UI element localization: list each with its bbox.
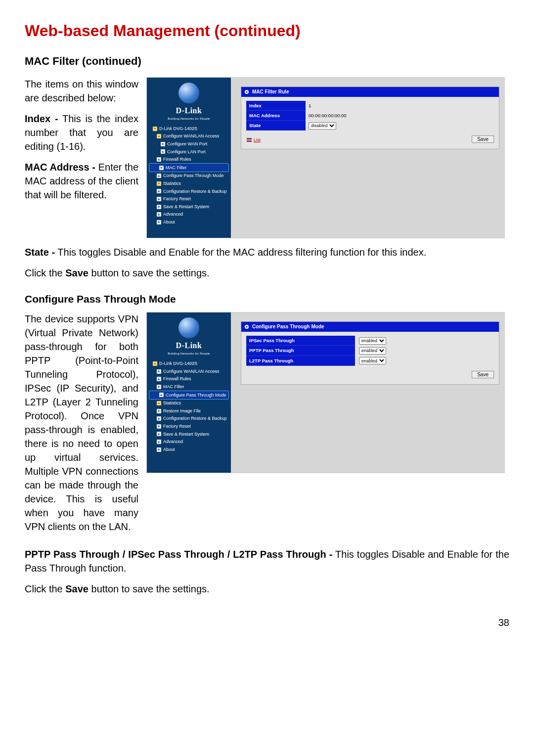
nav-item[interactable]: ▪D-Link DVG-1402S	[147, 125, 231, 133]
section-heading-pass-through: Configure Pass Through Mode	[25, 292, 509, 306]
nav-item-label: Configure WAN/LAN Access	[163, 133, 219, 139]
nav-item[interactable]: ▸Firewall Rules	[147, 375, 231, 383]
page-icon: ▸	[157, 212, 161, 217]
save-instruction-2: Click the Save button to save the settin…	[25, 582, 509, 596]
label-l2tp: L2TP Pass Through	[246, 356, 355, 366]
nav-item-label: Statistics	[163, 180, 181, 187]
nav-item-label: About	[163, 219, 175, 225]
page-icon: ▸	[157, 189, 161, 193]
sidebar: D-Link Building Networks for People ▪D-L…	[147, 312, 231, 473]
page-icon: ▸	[157, 409, 161, 413]
sidebar: D-Link Building Networks for People ▪D-L…	[147, 78, 231, 238]
save-button[interactable]: Save	[472, 371, 494, 378]
page-icon: ▸	[157, 197, 161, 201]
page-number: 38	[25, 616, 509, 629]
page-icon: ▸	[157, 205, 161, 209]
label-pptp: PPTP Pass Through	[246, 346, 355, 356]
brand-tagline: Building Networks for People	[147, 352, 231, 356]
gear-icon	[244, 324, 249, 329]
nav-item-label: Configure WAN Port	[167, 141, 207, 147]
page-icon: ▸	[159, 166, 164, 170]
nav-item[interactable]: ▸Save & Restart System	[147, 203, 231, 211]
save-button[interactable]: Save	[472, 135, 494, 143]
label-index: Index	[246, 101, 306, 111]
nav-item[interactable]: ▸Configure WAN Port	[147, 140, 231, 148]
page-icon: ▸	[159, 393, 164, 397]
page-icon: ▸	[157, 157, 161, 162]
brand-logo: D-Link Building Networks for People	[147, 315, 231, 357]
nav-item[interactable]: ▪Configure WAN/LAN Access	[147, 133, 231, 140]
brand-name: D-Link	[147, 340, 231, 351]
nav-item[interactable]: ▸Firewall Rules	[147, 156, 231, 164]
ipsec-select[interactable]: enabled	[359, 337, 386, 345]
mac-desc: MAC Address - Enter the MAC address of t…	[25, 160, 138, 202]
svg-point-1	[246, 91, 247, 92]
nav-tree: ▪D-Link DVG-1402S▪Configure WAN/LAN Acce…	[147, 125, 231, 226]
nav-item[interactable]: ▪Statistics	[147, 400, 231, 407]
nav-item[interactable]: ▸About	[147, 445, 231, 453]
nav-item[interactable]: ▸About	[147, 219, 231, 226]
page-icon: ▸	[157, 369, 161, 374]
nav-item-label: Configure WAN/LAN Access	[163, 368, 219, 375]
folder-icon: ▪	[157, 181, 161, 186]
nav-item[interactable]: ▸Factory Reset	[147, 423, 231, 431]
nav-item-label: Firewall Rules	[163, 376, 191, 382]
label-ipsec: IPSec Pass Through	[246, 336, 355, 346]
brand-tagline: Building Networks for People	[147, 117, 231, 121]
nav-item[interactable]: ▸Configure LAN Port	[147, 148, 231, 156]
nav-item-label: Advanced	[163, 439, 183, 445]
nav-item[interactable]: ▪Statistics	[147, 180, 231, 188]
globe-icon	[178, 317, 199, 338]
svg-rect-2	[247, 138, 252, 139]
nav-item-label: MAC Filter	[166, 165, 187, 171]
state-select[interactable]: disabled	[309, 122, 336, 130]
nav-item[interactable]: ▸Advanced	[147, 211, 231, 219]
nav-item-label: Configure Pass Through Mode	[166, 392, 226, 399]
nav-item[interactable]: ▸MAC Filter	[149, 163, 229, 172]
nav-item-label: D-Link DVG-1402S	[159, 126, 197, 132]
nav-item-label: Restore Image File	[163, 408, 201, 414]
page-icon: ▸	[161, 142, 165, 146]
svg-rect-4	[247, 141, 252, 142]
nav-item[interactable]: ▸Restore Image File	[147, 407, 231, 415]
page-icon: ▸	[157, 432, 161, 436]
nav-item[interactable]: ▸Save & Restart System	[147, 430, 231, 438]
nav-item-label: Configuration Restore & Backup	[163, 188, 227, 195]
nav-item-label: Configuration Restore & Backup	[163, 415, 227, 422]
nav-item[interactable]: ▪D-Link DVG-1402S	[147, 360, 231, 368]
nav-item[interactable]: ▸Configuration Restore & Backup	[147, 415, 231, 423]
brand-logo: D-Link Building Networks for People	[147, 81, 231, 122]
nav-item[interactable]: ▸Configure Pass Through Mode	[149, 391, 229, 400]
folder-icon: ▪	[153, 127, 157, 131]
nav-item-label: Firewall Rules	[163, 156, 191, 163]
section-heading-mac-filter: MAC Filter (continued)	[25, 54, 509, 69]
value-mac: 00:00:00:00:00:00	[306, 111, 494, 120]
intro-text: The items on this window are described b…	[25, 77, 138, 105]
nav-item-label: Factory Reset	[163, 196, 191, 202]
page-icon: ▸	[157, 440, 161, 444]
nav-item[interactable]: ▸Configuration Restore & Backup	[147, 187, 231, 195]
page-icon: ▸	[157, 385, 161, 389]
panel-title: MAC Filter Rule	[252, 89, 289, 95]
nav-item-label: Configure LAN Port	[167, 149, 206, 155]
list-link-label: List	[254, 137, 261, 143]
nav-item[interactable]: ▸Configure Pass Through Mode	[147, 172, 231, 180]
list-link[interactable]: List	[246, 137, 261, 143]
label-state: State	[246, 121, 306, 131]
pptp-select[interactable]: enabled	[359, 347, 386, 355]
nav-item-label: MAC Filter	[163, 384, 184, 390]
screenshot-pass-through: D-Link Building Networks for People ▪D-L…	[146, 312, 505, 473]
nav-item[interactable]: ▸MAC Filter	[147, 383, 231, 391]
l2tp-select[interactable]: enabled	[359, 357, 386, 364]
nav-item[interactable]: ▸Advanced	[147, 438, 231, 446]
svg-point-6	[246, 326, 247, 327]
nav-item-label: Statistics	[163, 400, 181, 406]
folder-icon: ▪	[153, 361, 157, 366]
nav-item[interactable]: ▸Factory Reset	[147, 195, 231, 203]
nav-item-label: Factory Reset	[163, 423, 191, 430]
nav-item[interactable]: ▸Configure WAN/LAN Access	[147, 367, 231, 375]
gear-icon	[244, 89, 249, 94]
nav-item-label: Advanced	[163, 211, 183, 218]
folder-icon: ▪	[157, 134, 161, 138]
folder-icon: ▪	[157, 401, 161, 405]
